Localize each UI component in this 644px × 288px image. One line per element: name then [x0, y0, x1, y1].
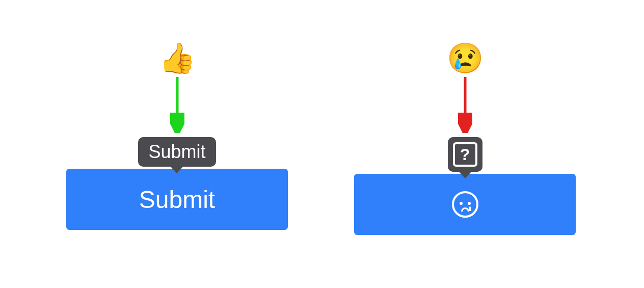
- good-accessibility-example: 👍 Submit Submit: [66, 43, 288, 230]
- question-mark-label: ?: [460, 145, 470, 164]
- crying-face-icon: [452, 191, 478, 218]
- thumbs-up-icon: 👍: [66, 43, 288, 73]
- crying-face-emoji-icon: 😢: [354, 43, 576, 73]
- accessibility-tooltip: Submit: [138, 137, 216, 167]
- submit-button-unlabeled[interactable]: [354, 174, 576, 235]
- submit-button-label: Submit: [139, 186, 215, 214]
- submit-button[interactable]: Submit: [66, 169, 288, 230]
- bad-accessibility-example: 😢 ?: [354, 43, 576, 235]
- arrow-down-icon: [170, 77, 184, 133]
- unknown-icon: ?: [453, 142, 477, 167]
- arrow-down-icon: [458, 77, 472, 133]
- tooltip-label: Submit: [148, 141, 205, 163]
- accessibility-tooltip: ?: [448, 137, 482, 172]
